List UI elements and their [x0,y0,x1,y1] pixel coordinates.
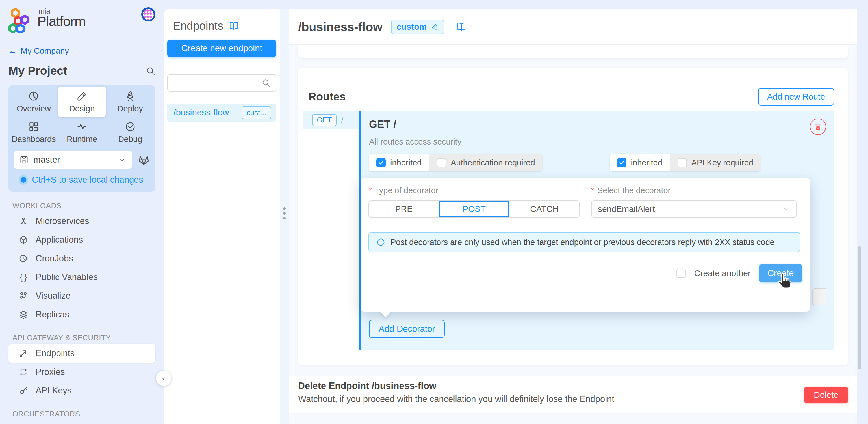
chevron-left-icon: ‹ [162,373,165,383]
endpoint-search-input[interactable] [167,74,276,92]
cronjobs-icon [19,254,28,263]
type-option-post[interactable]: POST [439,201,509,217]
delete-endpoint-button[interactable]: Delete [804,387,848,403]
branch-select[interactable]: master [13,151,132,169]
sidebar-item-replicas[interactable]: Replicas [8,305,155,324]
applications-icon [19,235,28,245]
project-nav-block: Overview Design Deploy Da [8,85,155,192]
save-hint: Ctrl+S to save local changes [8,169,155,190]
type-option-catch[interactable]: CATCH [509,201,579,217]
sidebar-item-cronjobs[interactable]: CronJobs [8,249,155,268]
back-to-company-link[interactable]: ← My Company [8,47,155,56]
microservices-icon [19,216,28,226]
replicas-icon [19,310,28,319]
trash-icon [814,122,822,131]
sidebar-item-api-keys[interactable]: API Keys [8,381,155,400]
checkbox-checked-icon[interactable] [617,158,626,167]
docs-book-icon[interactable] [228,21,239,31]
scrolled-card-bottom [298,45,848,58]
tab-runtime[interactable]: Runtime [58,117,106,148]
chevron-down-icon [782,205,790,213]
decorator-select[interactable]: sendEmailAlert [591,200,797,218]
edit-pencil-icon [431,23,438,31]
endpoint-list-item[interactable]: /business-flow cust... [167,104,276,122]
tab-deploy[interactable]: Deploy [106,87,154,117]
section-orchestrators: ORCHESTRATORS [12,409,151,418]
sidebar: mia Platform ← My Company My Project Ove… [0,0,164,424]
hidden-decorator-field [812,288,826,305]
sidebar-item-visualize[interactable]: Visualize [8,286,155,305]
info-circle-icon [376,237,385,247]
sidebar-item-endpoints[interactable]: Endpoints [8,344,155,363]
braces-icon: { } [19,273,28,282]
sidebar-item-public-variables[interactable]: { } Public Variables [8,268,155,286]
delete-title: Delete Endpoint /business-flow [298,380,848,391]
gitlab-icon[interactable] [137,153,150,166]
endpoints-panel-title: Endpoints [173,20,223,32]
route-tabs-column: GET / [303,111,359,350]
chevron-down-icon [118,156,127,164]
type-option-pre[interactable]: PRE [369,201,439,217]
back-arrow-icon: ← [8,47,17,56]
create-another-checkbox[interactable] [676,269,686,278]
scrollbar-thumb[interactable] [858,246,861,369]
status-dot-icon [21,177,26,183]
tab-design[interactable]: Design [58,87,106,117]
endpoints-panel: Endpoints Create new endpoint /business-… [164,9,280,424]
tab-debug[interactable]: Debug [106,117,154,148]
apikey-inherited-option[interactable]: inherited [610,154,670,171]
pencil-icon [76,90,88,102]
authentication-group: inherited Authentication required [369,154,542,171]
create-decorator-button[interactable]: Create [759,264,802,282]
branch-icon [19,155,29,165]
method-badge: GET [312,114,337,126]
route-tab-get[interactable]: GET / [303,111,359,129]
post-decorator-info-alert: Post decorators are only used when the t… [368,232,800,252]
routes-title: Routes [308,90,346,103]
visualize-icon [19,291,28,301]
checkbox-checked-icon[interactable] [376,158,386,167]
page-title: /business-flow [298,20,382,34]
collapse-sidebar-button[interactable]: ‹ [156,371,171,386]
checkbox-unchecked-icon[interactable] [678,158,687,167]
apikey-required-option[interactable]: API Key required [670,154,761,171]
delete-route-button[interactable] [810,118,826,135]
user-avatar[interactable] [141,7,155,22]
route-heading: GET / [369,118,834,131]
required-asterisk: * [591,186,594,195]
auth-inherited-option[interactable]: inherited [369,154,429,171]
mia-platform-logo: mia Platform [8,7,86,33]
add-new-route-button[interactable]: Add new Route [758,88,834,106]
project-title: My Project [8,64,67,78]
required-asterisk: * [368,186,372,195]
drag-dots-icon [280,207,289,220]
search-icon [261,78,271,87]
section-workloads: WORKLOADS [12,201,151,210]
tab-overview[interactable]: Overview [10,87,58,117]
rocket-icon [125,90,136,102]
section-api-gateway: API GATEWAY & SECURITY [12,334,151,342]
docs-book-icon[interactable] [456,22,467,32]
api-key-group: inherited API Key required [610,154,761,171]
search-icon[interactable] [146,66,155,76]
endpoints-icon [19,348,28,358]
create-new-endpoint-button[interactable]: Create new endpoint [167,39,276,57]
custom-tag-editable[interactable]: custom [391,20,444,34]
delete-warning: Watchout, if you proceed with the cancel… [298,394,848,404]
add-decorator-button[interactable]: Add Decorator [369,320,445,338]
sidebar-item-applications[interactable]: Applications [8,230,155,249]
sidebar-item-proxies[interactable]: Proxies [8,363,155,381]
divider [164,66,280,66]
grid-icon [28,121,39,132]
security-label: All routes access security [369,137,834,146]
panel-resize-handle[interactable] [280,9,289,424]
select-decorator-label: * Select the decorator [591,186,797,195]
delete-endpoint-section: Delete Endpoint /business-flow Watchout,… [289,376,857,413]
sidebar-item-microservices[interactable]: Microservices [8,212,155,230]
tab-dashboards[interactable]: Dashboards [10,117,58,148]
checkbox-unchecked-icon[interactable] [437,158,446,167]
decorator-type-segmented: PRE POST CATCH [368,200,580,218]
key-icon [19,386,28,395]
pie-chart-icon [28,90,39,102]
auth-required-option[interactable]: Authentication required [429,154,542,171]
